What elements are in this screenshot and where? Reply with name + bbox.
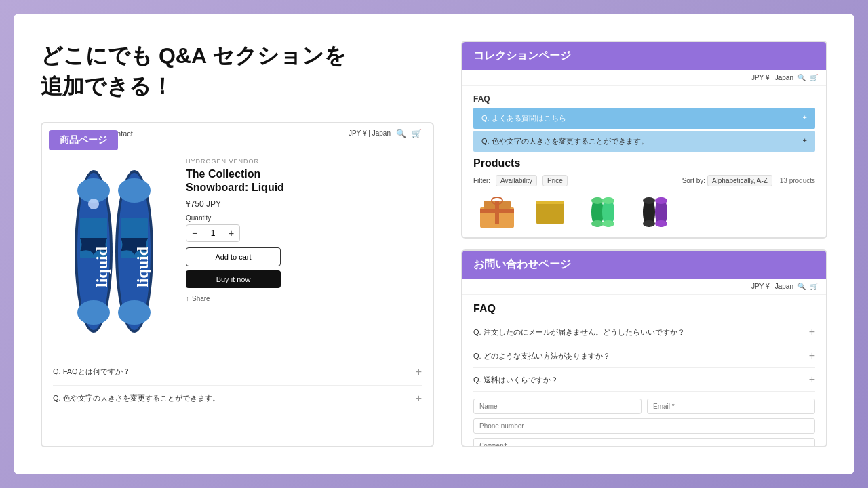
svg-text:liquid: liquid <box>134 246 151 287</box>
product-faq-q2: Q. 色や文字の大きさを変更することができます。 <box>53 393 220 403</box>
qty-minus-button[interactable]: − <box>186 225 203 241</box>
sort-label: Sort by: <box>682 177 705 184</box>
quantity-label: Quantity <box>186 214 422 222</box>
svg-point-24 <box>591 220 604 227</box>
contact-body: FAQ Q. 注文したのにメールが届きません。どうしたらいいですか？ + Q. … <box>462 295 826 447</box>
product-faq-section: Q. FAQとは何ですか？ + Q. 色や文字の大きさを変更することができます。… <box>42 359 433 417</box>
faq-expand-icon-2[interactable]: + <box>416 392 422 405</box>
contact-faq-item-3[interactable]: Q. 送料はいくらですか？ + <box>473 368 815 392</box>
collection-header: コレクションページ <box>462 42 826 70</box>
qty-value: 1 <box>203 228 223 238</box>
share-icon: ↑ <box>186 295 189 302</box>
svg-point-23 <box>602 197 614 204</box>
svg-point-25 <box>602 220 614 227</box>
svg-point-22 <box>591 197 604 204</box>
contact-faq-title: FAQ <box>473 303 815 315</box>
svg-text:liquid: liquid <box>93 246 111 287</box>
svg-rect-19 <box>536 201 564 204</box>
svg-point-29 <box>655 197 667 204</box>
thumb-gift-box[interactable] <box>473 192 521 232</box>
collection-faq-plus-1[interactable]: + <box>803 113 807 123</box>
svg-point-10 <box>118 300 151 325</box>
collection-faq-row-2[interactable]: Q. 色や文字の大きさを変更することができます。 + <box>473 131 815 152</box>
contact-faq-expand-2[interactable]: + <box>809 350 815 362</box>
svg-point-6 <box>88 199 99 209</box>
svg-point-3 <box>77 300 110 325</box>
search-icon[interactable]: 🔍 <box>396 129 406 138</box>
headline-line1: どこにでも Q&A セクションを <box>41 43 347 68</box>
form-row-name-email <box>473 399 815 414</box>
collection-faq-q1: Q. よくある質問はこちら <box>481 113 566 123</box>
snowboard-image: liquid liquid <box>53 155 175 348</box>
svg-rect-18 <box>536 201 564 224</box>
headline: どこにでも Q&A セクションを 追加できる！ <box>41 41 434 102</box>
faq-expand-icon-1[interactable]: + <box>416 366 422 378</box>
contact-faq-item-2[interactable]: Q. どのような支払い方法がありますか？ + <box>473 344 815 368</box>
contact-search-icon[interactable]: 🔍 <box>797 283 806 290</box>
currency-selector[interactable]: JPY ¥ | Japan <box>349 129 391 137</box>
svg-point-31 <box>655 220 667 227</box>
share-link[interactable]: ↑ Share <box>186 295 422 302</box>
qty-plus-button[interactable]: + <box>223 225 239 241</box>
cart-icon[interactable]: 🛒 <box>412 129 422 138</box>
share-text: Share <box>192 295 210 302</box>
filter-left: Filter: Availability Price <box>473 175 568 186</box>
collection-mockup: コレクションページ JPY ¥ | Japan 🔍 🛒 FAQ Q. よくある質… <box>461 41 827 239</box>
product-details: HYDROGEN VENDOR The CollectionSnowboard:… <box>186 155 422 348</box>
contact-faq-expand-3[interactable]: + <box>809 373 815 386</box>
thumb-dark-boards[interactable] <box>632 192 679 232</box>
left-panel: どこにでも Q&A セクションを 追加できる！ 商品ページ Contact JP… <box>41 41 434 447</box>
product-page-label: 商品ページ <box>49 130 118 150</box>
product-faq-item-2[interactable]: Q. 色や文字の大きさを変更することができます。 + <box>53 385 422 411</box>
quantity-control: − 1 + <box>186 224 240 242</box>
contact-cart-icon[interactable]: 🛒 <box>810 283 818 290</box>
collection-faq-row-1[interactable]: Q. よくある質問はこちら + <box>473 108 815 129</box>
collection-faq-plus-2[interactable]: + <box>803 136 807 146</box>
availability-filter[interactable]: Availability <box>496 175 537 186</box>
svg-point-9 <box>118 178 151 203</box>
main-container: どこにでも Q&A セクションを 追加できる！ 商品ページ Contact JP… <box>14 14 854 474</box>
collection-cart-icon[interactable]: 🛒 <box>810 74 818 81</box>
contact-top-nav: JPY ¥ | Japan 🔍 🛒 <box>462 279 826 295</box>
collection-body: FAQ Q. よくある質問はこちら + Q. 色や文字の大きさを変更することがで… <box>462 86 826 239</box>
thumb-green-boards[interactable] <box>579 192 627 232</box>
svg-rect-16 <box>480 209 514 213</box>
thumb-yellow-block[interactable] <box>526 192 574 232</box>
name-input[interactable] <box>473 399 642 414</box>
collection-search-icon[interactable]: 🔍 <box>797 74 806 81</box>
product-title-text: The CollectionSnowboard: Liquid <box>186 168 284 194</box>
product-page-mockup: 商品ページ Contact JPY ¥ | Japan 🔍 🛒 <box>41 122 434 447</box>
buy-now-button[interactable]: Buy it now <box>186 270 281 288</box>
price-filter[interactable]: Price <box>542 175 568 186</box>
contact-faq-q1: Q. 注文したのにメールが届きません。どうしたらいいですか？ <box>473 327 685 338</box>
contact-faq-expand-1[interactable]: + <box>809 326 815 338</box>
product-count: 13 products <box>780 177 815 184</box>
collection-faq-q2: Q. 色や文字の大きさを変更することができます。 <box>481 136 648 146</box>
contact-faq-item-1[interactable]: Q. 注文したのにメールが届きません。どうしたらいいですか？ + <box>473 321 815 344</box>
contact-faq-q3: Q. 送料はいくらですか？ <box>473 375 558 385</box>
product-price: ¥750 JPY <box>186 199 422 209</box>
add-to-cart-button[interactable]: Add to cart <box>186 247 281 266</box>
vendor-label: HYDROGEN VENDOR <box>186 158 422 165</box>
email-input[interactable] <box>647 399 815 414</box>
product-image-area: liquid liquid <box>53 155 175 348</box>
products-label: Products <box>473 157 815 169</box>
sort-dropdown[interactable]: Alphabetically, A-Z <box>707 175 772 186</box>
svg-point-30 <box>643 220 655 227</box>
filter-row: Filter: Availability Price Sort by: Alph… <box>473 175 815 186</box>
headline-line2: 追加できる！ <box>41 74 173 98</box>
product-faq-q1: Q. FAQとは何ですか？ <box>53 367 130 377</box>
filter-label: Filter: <box>473 177 490 184</box>
contact-currency[interactable]: JPY ¥ | Japan <box>751 283 793 290</box>
contact-mockup: お問い合わせページ JPY ¥ | Japan 🔍 🛒 FAQ Q. 注文したの… <box>461 249 827 447</box>
product-thumbnails <box>473 192 815 232</box>
right-panel: コレクションページ JPY ¥ | Japan 🔍 🛒 FAQ Q. よくある質… <box>461 41 827 447</box>
collection-top-nav: JPY ¥ | Japan 🔍 🛒 <box>462 70 826 86</box>
contact-header: お問い合わせページ <box>462 251 826 279</box>
phone-input[interactable] <box>473 418 815 434</box>
svg-point-28 <box>643 197 655 204</box>
product-faq-item-1[interactable]: Q. FAQとは何ですか？ + <box>53 359 422 385</box>
sort-area: Sort by: Alphabetically, A-Z 13 products <box>682 177 815 184</box>
collection-currency[interactable]: JPY ¥ | Japan <box>751 74 793 81</box>
comment-textarea[interactable] <box>473 438 815 447</box>
